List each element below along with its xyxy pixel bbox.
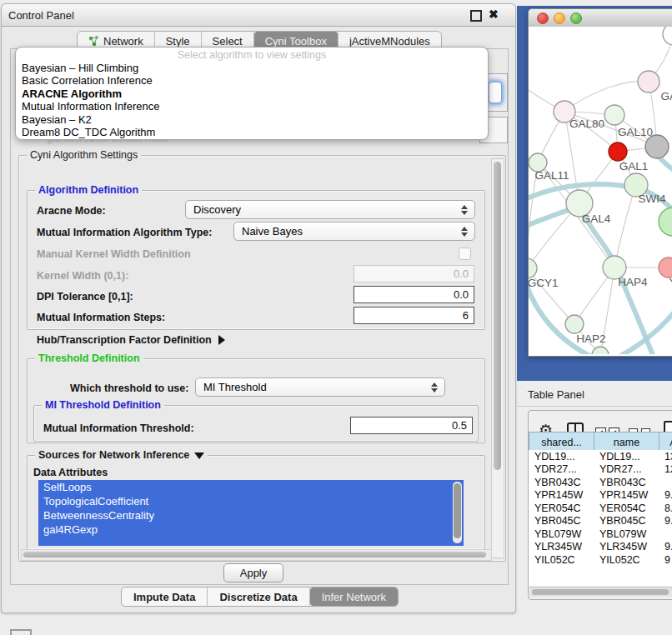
- table-hscrollbar-thumb[interactable]: [532, 589, 669, 595]
- network-node[interactable]: [645, 135, 669, 158]
- table-cell: YBL079W: [529, 528, 594, 541]
- expanded-arrow-icon: [194, 452, 204, 459]
- table-cell: YLR345W: [529, 541, 594, 554]
- network-icon: [88, 36, 99, 47]
- table-cell: YBR045C: [594, 515, 659, 528]
- table-cell: YDR27...: [594, 463, 659, 477]
- dpi-tolerance-field[interactable]: 0.0: [354, 286, 474, 303]
- attribute-list-item[interactable]: TopologicalCoefficient: [38, 494, 464, 508]
- algorithm-option[interactable]: Basic Correlation Inference: [16, 74, 488, 87]
- network-node[interactable]: [659, 208, 672, 236]
- network-node-label: GAL11: [534, 169, 569, 182]
- close-traffic-light-icon[interactable]: [537, 12, 549, 24]
- sources-group-toggle[interactable]: Sources for Network Inference: [35, 449, 208, 461]
- table-cell: YIL052C: [529, 553, 594, 567]
- network-view-window: GALGAL80GAL10GAL1GAL11SWI4GAL4GCY1HAP4YH…: [528, 8, 672, 357]
- aracne-mode-combo[interactable]: Discovery: [185, 200, 475, 219]
- network-node-label: GAL1: [619, 160, 649, 172]
- settings-hscrollbar[interactable]: [21, 549, 492, 561]
- network-canvas[interactable]: GALGAL80GAL10GAL1GAL11SWI4GAL4GCY1HAP4YH…: [529, 27, 672, 354]
- collapsed-arrow-icon: [218, 335, 225, 345]
- threshold-definition-title: Threshold Definition: [35, 352, 143, 364]
- algorithm-option[interactable]: Bayesian – Hill Climbing: [16, 62, 488, 74]
- close-icon[interactable]: ✖: [489, 8, 499, 21]
- data-attributes-list: SelfLoopsTopologicalCoefficientBetweenne…: [38, 480, 464, 546]
- corner-widget[interactable]: [10, 629, 32, 635]
- apply-button[interactable]: Apply: [223, 563, 283, 582]
- settings-scrollbar-thumb[interactable]: [494, 162, 501, 470]
- table-cell: YBR043C: [529, 476, 594, 489]
- tab-infer-network[interactable]: Infer Network: [310, 588, 398, 606]
- network-node-label: GAL80: [569, 118, 604, 130]
- table-row[interactable]: YBR045CYBR045C9.: [529, 515, 672, 528]
- network-node-y[interactable]: [659, 258, 672, 278]
- network-node-label: GCY1: [529, 277, 558, 289]
- zoom-traffic-light-icon[interactable]: [570, 12, 582, 24]
- dpi-tolerance-label: DPI Tolerance [0,1]:: [37, 291, 133, 302]
- kernel-width-field[interactable]: 0.0: [354, 265, 474, 282]
- aracne-mode-label: Aracne Mode:: [37, 205, 106, 217]
- tab-label: Network: [103, 35, 143, 48]
- attribute-list-item-partial[interactable]: [38, 537, 464, 546]
- mi-type-combo[interactable]: Naive Bayes: [233, 222, 475, 241]
- table-hscrollbar[interactable]: [529, 587, 672, 597]
- algorithm-option[interactable]: Dream8 DC_TDC Algorithm: [16, 126, 488, 138]
- table-row[interactable]: YER054CYER054C8.: [529, 502, 672, 515]
- tab-impute-data[interactable]: Impute Data: [122, 588, 208, 606]
- attribute-list-item[interactable]: SelfLoops: [38, 480, 464, 494]
- tab-label: Style: [166, 35, 190, 48]
- network-node-hap2[interactable]: [565, 315, 584, 333]
- table-row[interactable]: YDL19...YDL19...13: [529, 450, 672, 463]
- attribute-list-item[interactable]: gal4RGexp: [38, 522, 464, 537]
- table-row[interactable]: YLR345WYLR345W9.: [529, 541, 672, 554]
- table-row[interactable]: YDR27...YDR27...12: [529, 463, 672, 477]
- minimize-traffic-light-icon[interactable]: [554, 12, 565, 24]
- mi-threshold-field[interactable]: 0.5: [350, 417, 473, 434]
- table-cell: YDL19...: [529, 450, 594, 463]
- hub-section-toggle[interactable]: Hub/Transcription Factor Definition: [37, 334, 225, 346]
- cyni-settings-title: Cyni Algorithm Settings: [27, 149, 141, 161]
- settings-scrollbar[interactable]: [491, 158, 504, 558]
- which-threshold-combo[interactable]: MI Threshold: [195, 378, 445, 397]
- manual-kernel-checkbox[interactable]: [459, 248, 471, 260]
- algorithm-option[interactable]: Mutual Information Inference: [16, 100, 488, 112]
- table-cell: [659, 476, 672, 489]
- network-node-label: GAL4: [582, 212, 611, 225]
- table-row[interactable]: YPR145WYPR145W9.: [529, 489, 672, 502]
- attribute-list-item[interactable]: BetweennessCentrality: [38, 508, 464, 522]
- tab-label: jActiveMNodules: [349, 35, 430, 48]
- table-cell: 12: [659, 463, 672, 477]
- network-edge[interactable]: [564, 81, 649, 112]
- attributes-list-scrollbar[interactable]: [453, 482, 462, 543]
- mi-steps-field[interactable]: 6: [354, 307, 474, 324]
- table-cell: 8.: [659, 502, 672, 515]
- mi-steps-label: Mutual Information Steps:: [37, 312, 165, 323]
- network-node-gal10[interactable]: [604, 105, 624, 125]
- network-node-gal[interactable]: [638, 71, 659, 92]
- network-node-label: SWI4: [638, 192, 665, 205]
- table-row[interactable]: YBR043CYBR043C: [529, 476, 672, 489]
- table-row[interactable]: YBL079WYBL079W: [529, 528, 672, 541]
- network-node-label: Y: [669, 276, 672, 288]
- network-node-label: GAL: [660, 90, 672, 102]
- table-row[interactable]: YIL052CYIL052C9: [529, 553, 672, 567]
- kernel-width-label: Kernel Width (0,1):: [37, 270, 128, 282]
- settings-hscrollbar-thumb[interactable]: [23, 552, 486, 558]
- network-node-label: HAP4: [618, 276, 648, 288]
- network-node-gal1[interactable]: [609, 142, 627, 161]
- float-window-icon[interactable]: [470, 10, 482, 22]
- network-window-titlebar: [529, 9, 672, 28]
- tab-discretize-data[interactable]: Discretize Data: [208, 588, 309, 606]
- table-cell: 9.: [659, 541, 672, 554]
- network-node-gcy1[interactable]: [529, 258, 537, 278]
- attributes-list-scrollbar-thumb[interactable]: [454, 483, 461, 538]
- which-threshold-value: MI Threshold: [196, 381, 428, 393]
- focused-combo-button[interactable]: [489, 82, 502, 103]
- network-node[interactable]: [663, 27, 672, 45]
- cyni-mode-tab-bar: Impute DataDiscretize DataInfer Network: [121, 587, 399, 607]
- table-cell: YDR27...: [529, 463, 594, 477]
- table-cell: YBR043C: [594, 476, 659, 489]
- algorithm-option[interactable]: Bayesian – K2: [16, 113, 488, 126]
- network-edge[interactable]: [614, 185, 636, 268]
- algorithm-option[interactable]: ARACNE Algorithm: [16, 88, 488, 100]
